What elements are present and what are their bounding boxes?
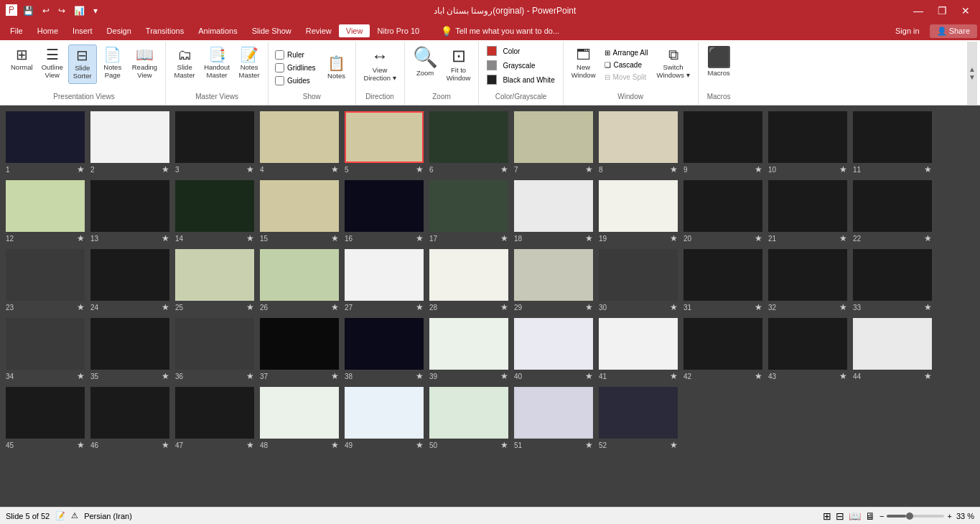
- slide-star[interactable]: ★: [500, 302, 508, 312]
- slide-star[interactable]: ★: [755, 302, 762, 312]
- slide-star[interactable]: ★: [924, 371, 932, 381]
- slide-item[interactable]: 14★: [175, 180, 254, 243]
- reading-view-btn[interactable]: 📖 ReadingView: [129, 45, 161, 83]
- slide-thumbnail[interactable]: [260, 387, 339, 439]
- customize-btn[interactable]: ▾: [90, 4, 101, 17]
- menu-file[interactable]: File: [3, 24, 30, 37]
- slide-item[interactable]: 19★: [599, 180, 678, 243]
- slide-star[interactable]: ★: [924, 302, 932, 312]
- slide-thumbnail[interactable]: [599, 111, 678, 163]
- new-window-btn[interactable]: 🗔 NewWindow: [568, 45, 599, 83]
- slide-item[interactable]: 8★: [599, 111, 678, 174]
- slide-star[interactable]: ★: [755, 371, 762, 381]
- slide-item[interactable]: 2★: [90, 111, 169, 174]
- slide-item[interactable]: 49★: [345, 387, 424, 450]
- slide-thumbnail[interactable]: [429, 387, 508, 439]
- cascade-btn[interactable]: ❑ Cascade: [601, 60, 652, 70]
- menu-nitro[interactable]: Nitro Pro 10: [370, 24, 426, 37]
- view-direction-btn[interactable]: ↔ ViewDirection ▾: [360, 45, 400, 85]
- slide-star[interactable]: ★: [416, 302, 424, 312]
- slide-item[interactable]: 32★: [768, 249, 847, 312]
- slide-star[interactable]: ★: [331, 233, 339, 243]
- slide-item[interactable]: 34★: [6, 318, 85, 381]
- slide-item[interactable]: 31★: [683, 249, 762, 312]
- accessibility-btn[interactable]: ⚠: [71, 511, 78, 520]
- slide-thumbnail[interactable]: [175, 111, 254, 163]
- slide-item[interactable]: 40★: [514, 318, 593, 381]
- menu-slideshow[interactable]: Slide Show: [245, 24, 299, 37]
- slide-master-btn[interactable]: 🗂 SlideMaster: [170, 45, 199, 83]
- slide-thumbnail[interactable]: [429, 180, 508, 232]
- slide-item[interactable]: 41★: [599, 318, 678, 381]
- slide-star[interactable]: ★: [500, 233, 508, 243]
- guides-checkbox[interactable]: Guides: [273, 75, 317, 86]
- slide-thumbnail[interactable]: [429, 111, 508, 163]
- slide-item[interactable]: 12★: [6, 180, 85, 243]
- slide-item[interactable]: 30★: [599, 249, 678, 312]
- slide-thumbnail[interactable]: [6, 111, 85, 163]
- slide-thumbnail[interactable]: [345, 180, 424, 232]
- slide-thumbnail[interactable]: [853, 111, 932, 163]
- slide-star[interactable]: ★: [924, 233, 932, 243]
- redo-btn[interactable]: ↪: [55, 4, 68, 17]
- slide-item[interactable]: 18★: [514, 180, 593, 243]
- slide-item[interactable]: 37★: [260, 318, 339, 381]
- move-split-btn[interactable]: ⊟ Move Split: [601, 72, 652, 83]
- slide-star[interactable]: ★: [331, 164, 339, 174]
- grayscale-btn[interactable]: Grayscale: [483, 59, 538, 72]
- slide-item[interactable]: 23★: [6, 249, 85, 312]
- slide-thumbnail[interactable]: [175, 318, 254, 370]
- slide-star[interactable]: ★: [416, 371, 424, 381]
- slide-thumbnail[interactable]: [599, 387, 678, 439]
- notes-btn[interactable]: 📋 Notes: [322, 53, 351, 83]
- present-status-btn[interactable]: 🖥: [865, 510, 875, 522]
- menu-home[interactable]: Home: [30, 24, 65, 37]
- slide-item[interactable]: 45★: [6, 387, 85, 450]
- slide-item[interactable]: 4★: [260, 111, 339, 174]
- slide-star[interactable]: ★: [585, 164, 593, 174]
- normal-view-btn[interactable]: ⊞ Normal: [7, 45, 37, 74]
- slide-thumbnail[interactable]: [768, 249, 847, 301]
- normal-view-status-btn[interactable]: ⊞: [823, 510, 831, 522]
- slide-thumbnail[interactable]: [345, 318, 424, 370]
- slide-item[interactable]: 17★: [429, 180, 508, 243]
- slide-thumbnail[interactable]: [683, 180, 762, 232]
- slide-item[interactable]: 42★: [683, 318, 762, 381]
- switch-windows-btn[interactable]: ⧉ SwitchWindows ▾: [653, 45, 693, 83]
- slide-item[interactable]: 9★: [683, 111, 762, 174]
- slide-star[interactable]: ★: [924, 164, 932, 174]
- slide-star[interactable]: ★: [585, 440, 593, 450]
- slide-item[interactable]: 7★: [514, 111, 593, 174]
- slide-star[interactable]: ★: [246, 233, 254, 243]
- slide-item[interactable]: 35★: [90, 318, 169, 381]
- slide-thumbnail[interactable]: [429, 249, 508, 301]
- slide-star[interactable]: ★: [246, 440, 254, 450]
- slide-thumbnail[interactable]: [6, 318, 85, 370]
- slide-star[interactable]: ★: [77, 371, 85, 381]
- menu-transitions[interactable]: Transitions: [139, 24, 191, 37]
- slide-star[interactable]: ★: [416, 440, 424, 450]
- slide-item[interactable]: 43★: [768, 318, 847, 381]
- notes-page-btn[interactable]: 📄 NotesPage: [98, 45, 127, 83]
- slide-item[interactable]: 13★: [90, 180, 169, 243]
- slide-thumbnail[interactable]: [514, 249, 593, 301]
- slide-thumbnail[interactable]: [260, 111, 339, 163]
- present-btn[interactable]: 📊: [71, 4, 88, 17]
- fit-window-btn[interactable]: ⊡ Fit toWindow: [443, 45, 475, 85]
- slide-star[interactable]: ★: [670, 164, 678, 174]
- slide-star[interactable]: ★: [331, 302, 339, 312]
- outline-view-btn[interactable]: ☰ OutlineView: [38, 45, 67, 83]
- slide-star[interactable]: ★: [755, 164, 762, 174]
- notes-master-btn[interactable]: 📝 NotesMaster: [235, 45, 263, 83]
- slide-item[interactable]: 26★: [260, 249, 339, 312]
- slide-thumbnail[interactable]: [768, 111, 847, 163]
- slide-star[interactable]: ★: [246, 164, 254, 174]
- slide-star[interactable]: ★: [162, 371, 169, 381]
- zoom-slider[interactable]: − +: [879, 512, 952, 520]
- slide-star[interactable]: ★: [839, 164, 847, 174]
- slide-item[interactable]: 50★: [429, 387, 508, 450]
- slide-thumbnail[interactable]: [768, 180, 847, 232]
- macros-btn[interactable]: ⬛ Macros: [703, 45, 735, 80]
- slide-star[interactable]: ★: [670, 440, 678, 450]
- slide-item[interactable]: 27★: [345, 249, 424, 312]
